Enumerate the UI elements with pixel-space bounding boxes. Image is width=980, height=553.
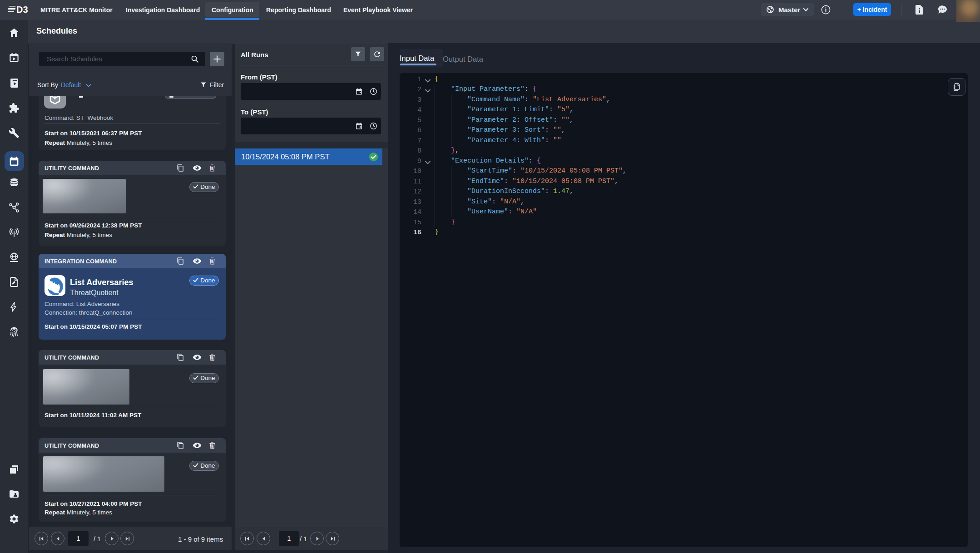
svg-text:D3: D3	[16, 5, 28, 15]
